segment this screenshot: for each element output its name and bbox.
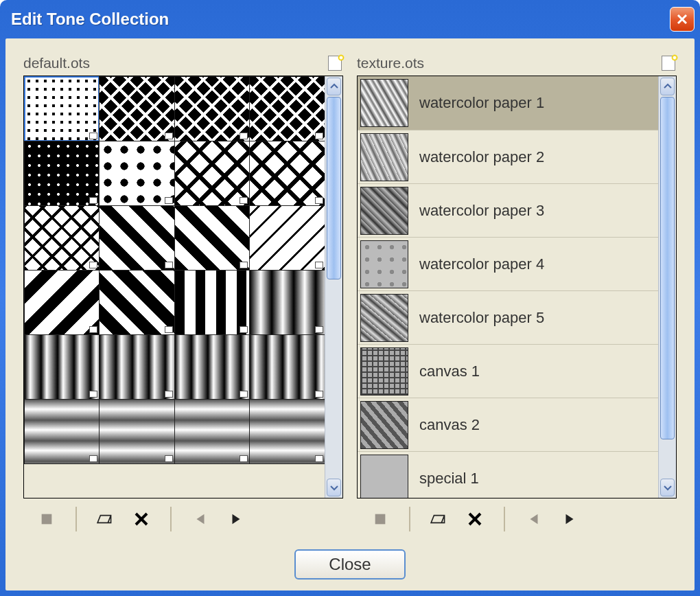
pattern-swatch[interactable] [99,76,175,141]
left-scrollbar[interactable] [325,76,342,498]
delete-button[interactable] [129,507,154,531]
window: Edit Tone Collection default.ots [0,0,700,596]
window-title: Edit Tone Collection [11,10,169,29]
sparkle-icon [338,54,345,61]
pattern-swatch[interactable] [24,76,100,141]
pattern-swatch[interactable] [249,76,325,141]
pattern-swatch[interactable] [99,205,175,271]
texture-thumbnail [360,294,408,342]
svg-rect-1 [375,514,386,525]
scroll-track[interactable] [660,97,675,477]
pattern-swatch[interactable] [249,399,325,464]
scroll-thumb[interactable] [327,97,341,279]
pattern-swatch[interactable] [24,270,100,335]
delete-button[interactable] [463,507,487,531]
texture-thumbnail [360,79,408,127]
pattern-swatch[interactable] [99,399,175,464]
right-scrollbar[interactable] [658,76,676,498]
pattern-swatch[interactable] [249,205,325,271]
pattern-swatch[interactable] [174,141,250,206]
open-folder-button[interactable] [427,507,452,531]
expand-icon [165,326,173,333]
expand-icon [89,326,97,333]
folder-icon [97,510,115,528]
expand-icon [165,262,173,268]
left-filename-label: default.ots [23,55,90,71]
pattern-swatch[interactable] [174,399,250,464]
scroll-thumb[interactable] [660,97,675,439]
expand-icon [89,455,97,462]
pattern-swatch[interactable] [99,270,175,335]
texture-label: watercolor paper 1 [419,94,544,112]
stop-button [34,507,59,531]
open-folder-button[interactable] [93,507,118,531]
pattern-swatch[interactable] [24,399,100,464]
triangle-right-icon [229,512,244,527]
scroll-down-button[interactable] [660,479,675,496]
client-area: default.ots [5,38,695,591]
expand-icon [315,133,323,139]
triangle-left-icon [526,512,541,527]
texture-thumbnail [360,133,408,181]
pattern-swatch[interactable] [174,334,250,400]
texture-thumbnail [360,187,408,235]
prev-button [188,507,213,531]
texture-row[interactable]: watercolor paper 3 [358,183,658,237]
prev-button [522,507,546,531]
pattern-swatch[interactable] [24,205,100,271]
pattern-swatch[interactable] [249,270,325,335]
expand-icon [240,133,248,139]
close-button[interactable]: Close [294,549,405,580]
texture-row[interactable]: canvas 2 [358,398,658,451]
close-icon [675,12,689,26]
expand-icon [89,133,97,139]
next-button[interactable] [557,507,582,531]
pattern-swatch[interactable] [99,141,175,206]
texture-row[interactable]: watercolor paper 4 [358,237,658,290]
stop-icon [39,512,54,527]
expand-icon [240,391,248,398]
pattern-swatch[interactable] [249,141,325,206]
expand-icon [165,197,173,204]
expand-icon [165,391,173,398]
triangle-right-icon [562,512,577,527]
texture-label: watercolor paper 4 [419,255,544,273]
folder-icon [430,510,448,528]
pattern-swatch[interactable] [174,205,250,271]
window-close-button[interactable] [670,7,695,32]
scroll-down-button[interactable] [327,479,341,496]
pattern-grid [24,76,325,498]
pattern-swatch[interactable] [174,76,250,141]
sparkle-icon [671,54,678,61]
pattern-swatch[interactable] [24,334,100,400]
pattern-swatch[interactable] [99,334,175,400]
expand-icon [315,197,323,204]
scroll-up-button[interactable] [660,78,675,95]
expand-icon [315,455,323,462]
scroll-track[interactable] [327,97,341,477]
expand-icon [165,133,173,139]
texture-row[interactable]: canvas 1 [358,344,658,398]
svg-rect-0 [42,514,52,525]
new-file-button[interactable] [327,56,343,71]
expand-icon [315,262,323,268]
texture-label: watercolor paper 3 [419,202,544,220]
next-button[interactable] [224,507,248,531]
texture-row[interactable]: special 1 [358,451,658,498]
texture-row[interactable]: watercolor paper 1 [358,76,658,130]
pattern-swatch[interactable] [24,141,100,206]
texture-label: watercolor paper 5 [419,309,544,327]
expand-icon [89,197,97,204]
texture-label: watercolor paper 2 [419,148,544,166]
new-file-button[interactable] [660,56,677,71]
pattern-swatch[interactable] [249,334,325,400]
texture-row[interactable]: watercolor paper 2 [358,130,658,183]
separator [75,507,77,531]
pattern-swatch[interactable] [174,270,250,335]
expand-icon [240,262,248,268]
scroll-up-button[interactable] [327,78,341,95]
chevron-down-icon [664,483,672,492]
texture-row[interactable]: watercolor paper 5 [358,290,658,344]
expand-icon [315,391,323,398]
expand-icon [315,326,323,333]
